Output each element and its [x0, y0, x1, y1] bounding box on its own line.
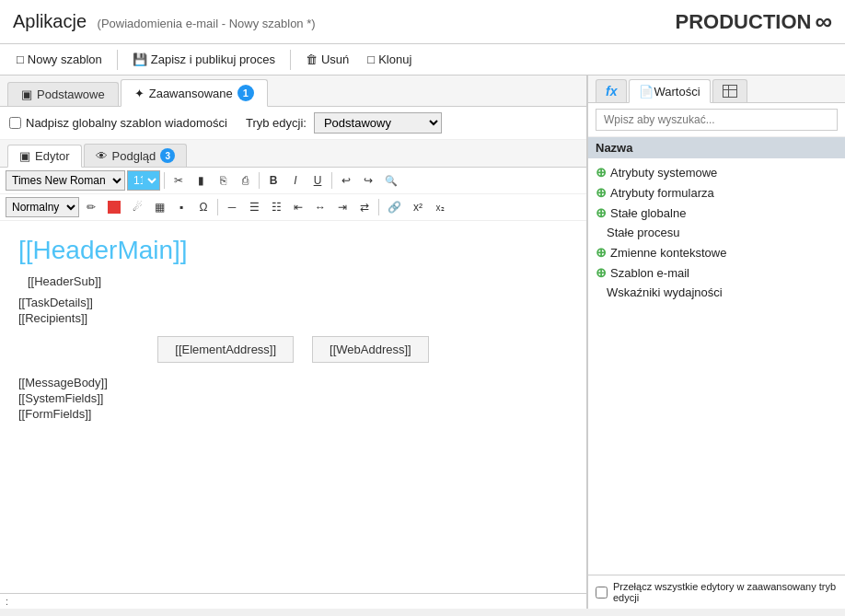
tree-item-stale-globalne[interactable]: ⊕ Stałe globalne	[588, 203, 845, 223]
values-icon: 📄	[639, 85, 654, 99]
main-toolbar: □ Nowy szablon 💾 Zapisz i publikuj proce…	[0, 44, 845, 76]
header-title-group: Aplikacje (Powiadomienia e-mail - Nowy s…	[13, 11, 316, 32]
underline-button[interactable]: U	[307, 170, 328, 191]
edit-mode-select[interactable]: Podstawowy Zaawansowany	[314, 112, 442, 134]
plus-icon: ⊕	[596, 265, 607, 280]
plus-icon: ⊕	[596, 165, 607, 180]
format-bar-1: Times New Roman 11 ✂ ▮ ⎘ ⎙ B I U ↩ ↪ 🔍	[0, 168, 586, 194]
app-subtitle: (Powiadomienia e-mail - Nowy szablon *)	[98, 17, 316, 30]
right-tab-fx[interactable]: fx	[596, 79, 627, 102]
right-search-input[interactable]	[596, 109, 838, 131]
fx-icon: fx	[606, 84, 617, 99]
redo-button[interactable]: ↪	[358, 170, 378, 191]
edit-mode-group: Tryb edycji: Podstawowy Zaawansowany	[246, 112, 442, 134]
right-footer: Przełącz wszystkie edytory w zaawansowan…	[588, 575, 845, 609]
editor-tab-podglad-badge: 3	[160, 148, 175, 163]
editor-tab-podglad[interactable]: 👁 Podgląd 3	[84, 144, 188, 167]
table-icon	[723, 85, 737, 98]
table-button[interactable]: ▦	[149, 197, 169, 217]
task-details-placeholder: [[TaskDetails]]	[18, 296, 568, 309]
cut-button[interactable]: ✂	[168, 170, 189, 191]
find-replace-button[interactable]: 🔍	[380, 170, 402, 191]
italic-button[interactable]: I	[285, 170, 306, 191]
editor-content: [[HeaderMain]] [[HeaderSub]] [[TaskDetai…	[18, 236, 568, 593]
right-tab-table[interactable]	[712, 79, 747, 102]
tab-podstawowe-icon: ▣	[21, 87, 32, 101]
format-sep-3	[331, 172, 332, 189]
superscript-button[interactable]: x²	[408, 197, 428, 217]
tree-item-atrybuty-formularza[interactable]: ⊕ Atrybuty formularza	[588, 182, 845, 203]
tab-podstawowe[interactable]: ▣ Podstawowe	[7, 82, 119, 106]
app-header: Aplikacje (Powiadomienia e-mail - Nowy s…	[0, 0, 845, 44]
hr-button[interactable]: ─	[222, 197, 242, 217]
bold-button[interactable]: B	[263, 170, 284, 191]
copy-button[interactable]: ▮	[191, 170, 211, 191]
align-center-button[interactable]: ↔	[310, 197, 330, 217]
save-publish-button[interactable]: 💾 Zapisz i publikuj proces	[125, 49, 283, 70]
infinity-icon: ∞	[815, 7, 832, 36]
editor-tabs-row: ▣ Edytor 👁 Podgląd 3	[0, 140, 586, 168]
clone-icon: □	[367, 52, 375, 66]
new-template-button[interactable]: □ Nowy szablon	[9, 49, 110, 70]
tree-header: Nazwa	[588, 137, 845, 158]
web-address-button[interactable]: [[WebAddress]]	[312, 336, 429, 363]
link-button[interactable]: 🔗	[383, 197, 406, 217]
main-tabs-row: ▣ Podstawowe ✦ Zaawansowane 1	[0, 76, 586, 107]
toolbar-separator-2	[290, 50, 291, 70]
trash-icon: 🗑	[306, 52, 318, 66]
align-right-button[interactable]: ⇥	[332, 197, 353, 217]
left-panel: ▣ Podstawowe ✦ Zaawansowane 1 Nadpisz gl…	[0, 76, 587, 609]
align-justify-button[interactable]: ⇄	[354, 197, 375, 217]
plus-icon: ⊕	[596, 205, 607, 220]
format-sep-4	[217, 199, 218, 215]
new-template-icon: □	[17, 52, 24, 66]
tree-item-wskazniki-wydajnosci[interactable]: Wskaźniki wydajności	[588, 283, 845, 302]
format-bar-2: Normalny ✏ ☄ ▦ ▪ Ω ─ ☰ ☷ ⇤ ↔ ⇥ ⇄ 🔗 x² x₂	[0, 194, 586, 221]
ordered-list-button[interactable]: ☷	[266, 197, 286, 217]
font-size-select[interactable]: 11	[127, 170, 160, 191]
element-address-button[interactable]: [[ElementAddress]]	[157, 336, 294, 363]
clone-button[interactable]: □ Klonuj	[360, 49, 419, 70]
form-fields-placeholder: [[FormFields]]	[18, 407, 568, 421]
text-color-button[interactable]	[103, 197, 125, 217]
subscript-button[interactable]: x₂	[430, 197, 450, 217]
align-left-button[interactable]: ⇤	[288, 197, 308, 217]
address-row: [[ElementAddress]] [[WebAddress]]	[18, 336, 568, 363]
header-sub-placeholder: [[HeaderSub]]	[18, 274, 568, 288]
editor-area[interactable]: [[HeaderMain]] [[HeaderSub]] [[TaskDetai…	[0, 221, 586, 593]
tree-item-szablon-email[interactable]: ⊕ Szablon e-mail	[588, 262, 845, 283]
tab-zaawansowane-icon: ✦	[134, 87, 145, 100]
font-family-select[interactable]: Times New Roman	[6, 170, 125, 191]
paste-button[interactable]: ⎘	[213, 170, 233, 191]
paragraph-style-select[interactable]: Normalny	[6, 197, 79, 217]
plus-icon: ⊕	[596, 245, 607, 260]
toolbar-separator-1	[117, 50, 118, 70]
save-icon: 💾	[133, 52, 147, 66]
tree-item-atrybuty-systemowe[interactable]: ⊕ Atrybuty systemowe	[588, 162, 845, 182]
tab-zaawansowane-badge: 1	[237, 85, 254, 101]
right-panel: fx 📄 Wartości Nazwa ⊕ Atrybuty systemowe…	[587, 76, 845, 609]
tree-item-stale-procesu[interactable]: Stałe procesu	[588, 223, 845, 242]
preview-icon: 👁	[96, 149, 108, 163]
app-title: Aplikacje (Powiadomienia e-mail - Nowy s…	[13, 11, 316, 31]
pencil-button[interactable]: ✏	[81, 197, 101, 217]
editor-tab-edytor[interactable]: ▣ Edytor	[7, 145, 82, 168]
message-body-placeholder: [[MessageBody]]	[18, 376, 568, 389]
special-char-button[interactable]: Ω	[193, 197, 214, 217]
tree-item-zmienne-kontekstowe[interactable]: ⊕ Zmienne kontekstowe	[588, 242, 845, 262]
image-button[interactable]: ☄	[127, 197, 147, 217]
override-checkbox-label[interactable]: Nadpisz globalny szablon wiadomości	[9, 116, 227, 130]
advanced-mode-checkbox[interactable]	[596, 587, 608, 599]
flash-button[interactable]: ▪	[171, 197, 191, 217]
unordered-list-button[interactable]: ☰	[244, 197, 264, 217]
edit-mode-label: Tryb edycji:	[246, 116, 307, 130]
delete-button[interactable]: 🗑 Usuń	[298, 49, 356, 70]
tab-zaawansowane[interactable]: ✦ Zaawansowane 1	[121, 79, 268, 107]
tree-list: ⊕ Atrybuty systemowe ⊕ Atrybuty formular…	[588, 158, 845, 575]
right-tab-values[interactable]: 📄 Wartości	[629, 79, 710, 103]
system-fields-placeholder: [[SystemFields]]	[18, 391, 568, 405]
override-checkbox[interactable]	[9, 117, 21, 129]
undo-button[interactable]: ↩	[336, 170, 356, 191]
paste-plain-button[interactable]: ⎙	[235, 170, 255, 191]
main-content: ▣ Podstawowe ✦ Zaawansowane 1 Nadpisz gl…	[0, 76, 845, 609]
